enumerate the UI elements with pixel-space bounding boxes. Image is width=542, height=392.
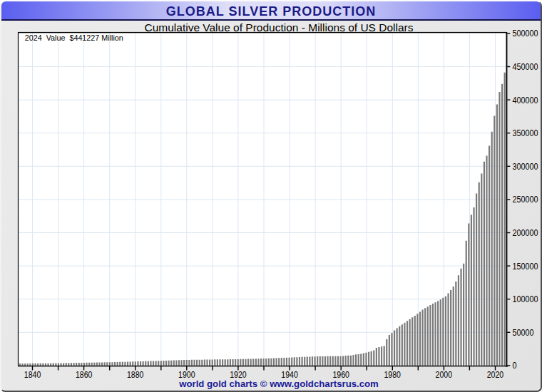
svg-text:450000: 450000	[512, 62, 538, 72]
svg-text:150000: 150000	[512, 262, 538, 272]
svg-text:250000: 250000	[512, 195, 538, 205]
svg-text:0: 0	[512, 361, 516, 371]
svg-text:300000: 300000	[512, 162, 538, 172]
svg-text:50000: 50000	[512, 328, 533, 338]
svg-text:400000: 400000	[512, 96, 538, 105]
svg-text:100000: 100000	[512, 294, 538, 304]
svg-text:350000: 350000	[512, 128, 538, 138]
svg-text:2024 Value $441227 Million: 2024 Value $441227 Million	[25, 33, 123, 42]
svg-text:200000: 200000	[512, 228, 538, 238]
